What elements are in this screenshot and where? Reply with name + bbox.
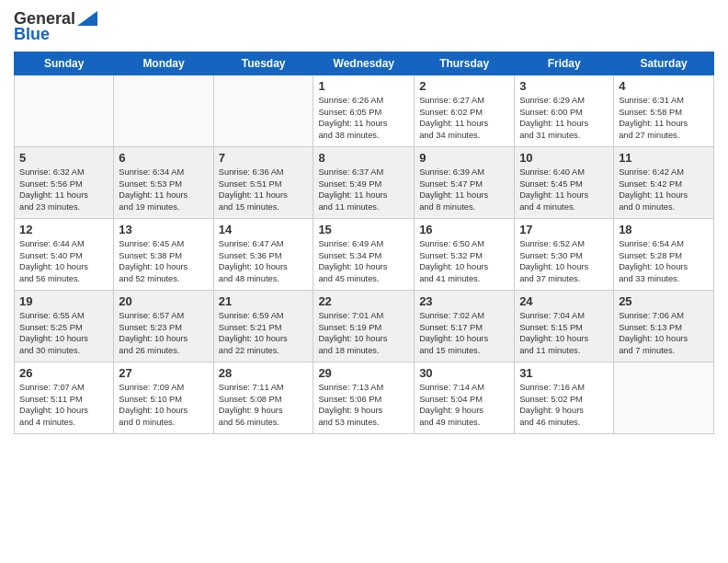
calendar-cell: 30Sunrise: 7:14 AM Sunset: 5:04 PM Dayli… [415, 362, 515, 434]
day-info: Sunrise: 6:36 AM Sunset: 5:51 PM Dayligh… [219, 167, 309, 213]
day-info: Sunrise: 6:42 AM Sunset: 5:42 PM Dayligh… [619, 167, 709, 213]
day-info: Sunrise: 6:45 AM Sunset: 5:38 PM Dayligh… [119, 238, 208, 284]
day-info: Sunrise: 6:49 AM Sunset: 5:34 PM Dayligh… [318, 238, 409, 284]
day-info: Sunrise: 7:04 AM Sunset: 5:15 PM Dayligh… [519, 310, 609, 356]
calendar-cell: 1Sunrise: 6:26 AM Sunset: 6:05 PM Daylig… [313, 75, 415, 147]
day-info: Sunrise: 7:07 AM Sunset: 5:11 PM Dayligh… [19, 382, 108, 428]
calendar-cell: 12Sunrise: 6:44 AM Sunset: 5:40 PM Dayli… [15, 219, 114, 291]
day-number: 16 [419, 223, 509, 236]
day-number: 7 [219, 151, 309, 165]
day-info: Sunrise: 6:47 AM Sunset: 5:36 PM Dayligh… [219, 238, 309, 284]
day-info: Sunrise: 6:40 AM Sunset: 5:45 PM Dayligh… [519, 167, 609, 213]
calendar-cell: 16Sunrise: 6:50 AM Sunset: 5:32 PM Dayli… [415, 219, 515, 291]
calendar-cell: 26Sunrise: 7:07 AM Sunset: 5:11 PM Dayli… [15, 362, 114, 434]
weekday-wednesday: Wednesday [313, 52, 415, 75]
day-number: 15 [318, 223, 409, 236]
day-number: 2 [419, 79, 509, 93]
day-info: Sunrise: 6:34 AM Sunset: 5:53 PM Dayligh… [119, 167, 208, 213]
weekday-monday: Monday [114, 52, 213, 75]
page: General Blue SundayMondayTuesdayWednesda… [0, 0, 728, 563]
day-number: 23 [419, 294, 509, 308]
day-info: Sunrise: 6:44 AM Sunset: 5:40 PM Dayligh… [19, 238, 108, 284]
day-info: Sunrise: 6:29 AM Sunset: 6:00 PM Dayligh… [519, 95, 609, 141]
calendar-week-1: 1Sunrise: 6:26 AM Sunset: 6:05 PM Daylig… [15, 75, 714, 147]
logo-icon [77, 9, 97, 26]
calendar-cell: 10Sunrise: 6:40 AM Sunset: 5:45 PM Dayli… [515, 147, 614, 219]
calendar-cell: 7Sunrise: 6:36 AM Sunset: 5:51 PM Daylig… [213, 147, 313, 219]
day-info: Sunrise: 7:01 AM Sunset: 5:19 PM Dayligh… [318, 310, 409, 356]
calendar-week-3: 12Sunrise: 6:44 AM Sunset: 5:40 PM Dayli… [15, 219, 714, 291]
calendar-cell: 18Sunrise: 6:54 AM Sunset: 5:28 PM Dayli… [614, 219, 714, 291]
calendar-cell: 25Sunrise: 7:06 AM Sunset: 5:13 PM Dayli… [614, 291, 714, 362]
day-info: Sunrise: 6:50 AM Sunset: 5:32 PM Dayligh… [419, 238, 509, 284]
day-info: Sunrise: 6:27 AM Sunset: 6:02 PM Dayligh… [419, 95, 509, 141]
day-number: 21 [219, 294, 309, 308]
weekday-saturday: Saturday [614, 52, 714, 75]
calendar-cell: 28Sunrise: 7:11 AM Sunset: 5:08 PM Dayli… [213, 362, 313, 434]
calendar-cell: 8Sunrise: 6:37 AM Sunset: 5:49 PM Daylig… [313, 147, 415, 219]
svg-marker-0 [77, 11, 97, 26]
calendar-table: SundayMondayTuesdayWednesdayThursdayFrid… [14, 52, 714, 434]
weekday-tuesday: Tuesday [213, 52, 313, 75]
calendar-cell: 4Sunrise: 6:31 AM Sunset: 5:58 PM Daylig… [614, 75, 714, 147]
calendar-cell: 20Sunrise: 6:57 AM Sunset: 5:23 PM Dayli… [114, 291, 213, 362]
day-number: 22 [318, 294, 409, 308]
day-info: Sunrise: 6:54 AM Sunset: 5:28 PM Dayligh… [619, 238, 709, 284]
calendar-cell: 14Sunrise: 6:47 AM Sunset: 5:36 PM Dayli… [213, 219, 313, 291]
logo: General Blue [14, 9, 97, 44]
day-number: 5 [19, 151, 108, 165]
day-number: 30 [419, 366, 509, 380]
calendar-cell: 2Sunrise: 6:27 AM Sunset: 6:02 PM Daylig… [415, 75, 515, 147]
calendar-week-2: 5Sunrise: 6:32 AM Sunset: 5:56 PM Daylig… [15, 147, 714, 219]
day-number: 9 [419, 151, 509, 165]
day-info: Sunrise: 6:32 AM Sunset: 5:56 PM Dayligh… [19, 167, 108, 213]
day-number: 18 [619, 223, 709, 236]
day-number: 14 [219, 223, 309, 236]
day-number: 11 [619, 151, 709, 165]
day-info: Sunrise: 7:02 AM Sunset: 5:17 PM Dayligh… [419, 310, 509, 356]
day-number: 27 [119, 366, 208, 380]
day-info: Sunrise: 6:31 AM Sunset: 5:58 PM Dayligh… [619, 95, 709, 141]
calendar-week-4: 19Sunrise: 6:55 AM Sunset: 5:25 PM Dayli… [15, 291, 714, 362]
calendar-cell [15, 75, 114, 147]
day-info: Sunrise: 7:09 AM Sunset: 5:10 PM Dayligh… [119, 382, 208, 428]
day-number: 3 [519, 79, 609, 93]
calendar-cell: 24Sunrise: 7:04 AM Sunset: 5:15 PM Dayli… [515, 291, 614, 362]
day-number: 26 [19, 366, 108, 380]
weekday-header-row: SundayMondayTuesdayWednesdayThursdayFrid… [15, 52, 714, 75]
day-number: 28 [219, 366, 309, 380]
day-number: 10 [519, 151, 609, 165]
day-info: Sunrise: 7:06 AM Sunset: 5:13 PM Dayligh… [619, 310, 709, 356]
day-number: 20 [119, 294, 208, 308]
day-info: Sunrise: 6:39 AM Sunset: 5:47 PM Dayligh… [419, 167, 509, 213]
day-number: 29 [318, 366, 409, 380]
weekday-friday: Friday [515, 52, 614, 75]
day-info: Sunrise: 7:11 AM Sunset: 5:08 PM Dayligh… [219, 382, 309, 428]
calendar-cell: 9Sunrise: 6:39 AM Sunset: 5:47 PM Daylig… [415, 147, 515, 219]
calendar-cell: 27Sunrise: 7:09 AM Sunset: 5:10 PM Dayli… [114, 362, 213, 434]
calendar-cell [213, 75, 313, 147]
day-number: 24 [519, 294, 609, 308]
day-number: 25 [619, 294, 709, 308]
calendar-cell: 23Sunrise: 7:02 AM Sunset: 5:17 PM Dayli… [415, 291, 515, 362]
calendar-cell: 19Sunrise: 6:55 AM Sunset: 5:25 PM Dayli… [15, 291, 114, 362]
calendar-cell [614, 362, 714, 434]
weekday-sunday: Sunday [15, 52, 114, 75]
day-number: 1 [318, 79, 409, 93]
day-info: Sunrise: 6:59 AM Sunset: 5:21 PM Dayligh… [219, 310, 309, 356]
day-number: 19 [19, 294, 108, 308]
day-number: 13 [119, 223, 208, 236]
calendar-cell [114, 75, 213, 147]
calendar-cell: 29Sunrise: 7:13 AM Sunset: 5:06 PM Dayli… [313, 362, 415, 434]
day-info: Sunrise: 7:13 AM Sunset: 5:06 PM Dayligh… [318, 382, 409, 428]
calendar-cell: 13Sunrise: 6:45 AM Sunset: 5:38 PM Dayli… [114, 219, 213, 291]
header: General Blue [14, 9, 714, 44]
calendar-cell: 11Sunrise: 6:42 AM Sunset: 5:42 PM Dayli… [614, 147, 714, 219]
weekday-thursday: Thursday [415, 52, 515, 75]
day-number: 12 [19, 223, 108, 236]
day-number: 4 [619, 79, 709, 93]
calendar-cell: 31Sunrise: 7:16 AM Sunset: 5:02 PM Dayli… [515, 362, 614, 434]
day-info: Sunrise: 6:26 AM Sunset: 6:05 PM Dayligh… [318, 95, 409, 141]
calendar-cell: 17Sunrise: 6:52 AM Sunset: 5:30 PM Dayli… [515, 219, 614, 291]
day-number: 17 [519, 223, 609, 236]
